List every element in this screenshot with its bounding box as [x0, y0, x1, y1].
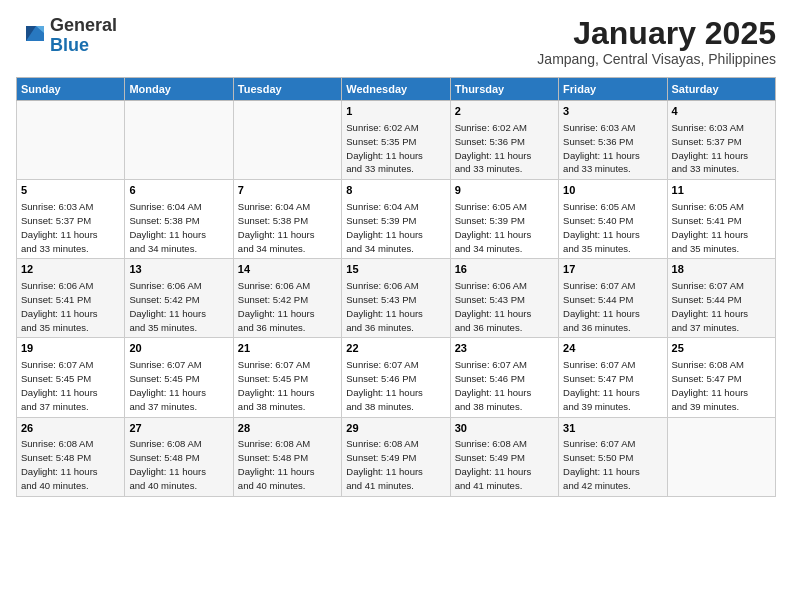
calendar-empty-cell [17, 101, 125, 180]
page-header: General Blue January 2025 Jampang, Centr… [16, 16, 776, 67]
logo-general: General [50, 16, 117, 36]
calendar-day-cell: 5Sunrise: 6:03 AM Sunset: 5:37 PM Daylig… [17, 180, 125, 259]
day-info: Sunrise: 6:05 AM Sunset: 5:41 PM Dayligh… [672, 201, 749, 253]
calendar-empty-cell [125, 101, 233, 180]
day-number: 18 [672, 262, 771, 277]
calendar-day-cell: 14Sunrise: 6:06 AM Sunset: 5:42 PM Dayli… [233, 259, 341, 338]
day-info: Sunrise: 6:07 AM Sunset: 5:46 PM Dayligh… [455, 359, 532, 411]
calendar-day-cell: 9Sunrise: 6:05 AM Sunset: 5:39 PM Daylig… [450, 180, 558, 259]
day-number: 22 [346, 341, 445, 356]
month-title: January 2025 [537, 16, 776, 51]
calendar-day-cell: 18Sunrise: 6:07 AM Sunset: 5:44 PM Dayli… [667, 259, 775, 338]
day-number: 8 [346, 183, 445, 198]
day-info: Sunrise: 6:08 AM Sunset: 5:49 PM Dayligh… [346, 438, 423, 490]
day-number: 29 [346, 421, 445, 436]
calendar-day-cell: 6Sunrise: 6:04 AM Sunset: 5:38 PM Daylig… [125, 180, 233, 259]
day-number: 1 [346, 104, 445, 119]
day-info: Sunrise: 6:03 AM Sunset: 5:37 PM Dayligh… [21, 201, 98, 253]
calendar-day-cell: 3Sunrise: 6:03 AM Sunset: 5:36 PM Daylig… [559, 101, 667, 180]
calendar-day-cell: 4Sunrise: 6:03 AM Sunset: 5:37 PM Daylig… [667, 101, 775, 180]
day-number: 21 [238, 341, 337, 356]
calendar-day-cell: 7Sunrise: 6:04 AM Sunset: 5:38 PM Daylig… [233, 180, 341, 259]
calendar-week-row: 26Sunrise: 6:08 AM Sunset: 5:48 PM Dayli… [17, 417, 776, 496]
day-info: Sunrise: 6:08 AM Sunset: 5:48 PM Dayligh… [238, 438, 315, 490]
weekday-header-sunday: Sunday [17, 78, 125, 101]
day-info: Sunrise: 6:02 AM Sunset: 5:35 PM Dayligh… [346, 122, 423, 174]
calendar-day-cell: 28Sunrise: 6:08 AM Sunset: 5:48 PM Dayli… [233, 417, 341, 496]
day-info: Sunrise: 6:08 AM Sunset: 5:48 PM Dayligh… [129, 438, 206, 490]
day-info: Sunrise: 6:05 AM Sunset: 5:40 PM Dayligh… [563, 201, 640, 253]
day-number: 23 [455, 341, 554, 356]
calendar-day-cell: 8Sunrise: 6:04 AM Sunset: 5:39 PM Daylig… [342, 180, 450, 259]
day-number: 5 [21, 183, 120, 198]
day-number: 3 [563, 104, 662, 119]
calendar-table: SundayMondayTuesdayWednesdayThursdayFrid… [16, 77, 776, 496]
day-info: Sunrise: 6:03 AM Sunset: 5:36 PM Dayligh… [563, 122, 640, 174]
calendar-week-row: 1Sunrise: 6:02 AM Sunset: 5:35 PM Daylig… [17, 101, 776, 180]
calendar-day-cell: 23Sunrise: 6:07 AM Sunset: 5:46 PM Dayli… [450, 338, 558, 417]
day-info: Sunrise: 6:06 AM Sunset: 5:42 PM Dayligh… [238, 280, 315, 332]
day-info: Sunrise: 6:02 AM Sunset: 5:36 PM Dayligh… [455, 122, 532, 174]
day-info: Sunrise: 6:04 AM Sunset: 5:38 PM Dayligh… [238, 201, 315, 253]
calendar-day-cell: 21Sunrise: 6:07 AM Sunset: 5:45 PM Dayli… [233, 338, 341, 417]
location-title: Jampang, Central Visayas, Philippines [537, 51, 776, 67]
weekday-header-thursday: Thursday [450, 78, 558, 101]
calendar-week-row: 19Sunrise: 6:07 AM Sunset: 5:45 PM Dayli… [17, 338, 776, 417]
calendar-week-row: 12Sunrise: 6:06 AM Sunset: 5:41 PM Dayli… [17, 259, 776, 338]
day-info: Sunrise: 6:08 AM Sunset: 5:48 PM Dayligh… [21, 438, 98, 490]
day-info: Sunrise: 6:07 AM Sunset: 5:47 PM Dayligh… [563, 359, 640, 411]
calendar-day-cell: 27Sunrise: 6:08 AM Sunset: 5:48 PM Dayli… [125, 417, 233, 496]
day-number: 7 [238, 183, 337, 198]
day-number: 2 [455, 104, 554, 119]
weekday-header-saturday: Saturday [667, 78, 775, 101]
logo: General Blue [16, 16, 117, 56]
calendar-day-cell: 10Sunrise: 6:05 AM Sunset: 5:40 PM Dayli… [559, 180, 667, 259]
calendar-day-cell: 13Sunrise: 6:06 AM Sunset: 5:42 PM Dayli… [125, 259, 233, 338]
weekday-header-wednesday: Wednesday [342, 78, 450, 101]
weekday-header-row: SundayMondayTuesdayWednesdayThursdayFrid… [17, 78, 776, 101]
day-info: Sunrise: 6:06 AM Sunset: 5:42 PM Dayligh… [129, 280, 206, 332]
day-info: Sunrise: 6:07 AM Sunset: 5:45 PM Dayligh… [21, 359, 98, 411]
calendar-day-cell: 25Sunrise: 6:08 AM Sunset: 5:47 PM Dayli… [667, 338, 775, 417]
day-number: 14 [238, 262, 337, 277]
calendar-day-cell: 30Sunrise: 6:08 AM Sunset: 5:49 PM Dayli… [450, 417, 558, 496]
calendar-day-cell: 12Sunrise: 6:06 AM Sunset: 5:41 PM Dayli… [17, 259, 125, 338]
day-info: Sunrise: 6:07 AM Sunset: 5:44 PM Dayligh… [672, 280, 749, 332]
weekday-header-monday: Monday [125, 78, 233, 101]
calendar-day-cell: 19Sunrise: 6:07 AM Sunset: 5:45 PM Dayli… [17, 338, 125, 417]
day-info: Sunrise: 6:07 AM Sunset: 5:50 PM Dayligh… [563, 438, 640, 490]
day-info: Sunrise: 6:06 AM Sunset: 5:41 PM Dayligh… [21, 280, 98, 332]
calendar-day-cell: 16Sunrise: 6:06 AM Sunset: 5:43 PM Dayli… [450, 259, 558, 338]
day-number: 15 [346, 262, 445, 277]
day-info: Sunrise: 6:05 AM Sunset: 5:39 PM Dayligh… [455, 201, 532, 253]
day-number: 31 [563, 421, 662, 436]
weekday-header-friday: Friday [559, 78, 667, 101]
day-number: 12 [21, 262, 120, 277]
calendar-day-cell: 31Sunrise: 6:07 AM Sunset: 5:50 PM Dayli… [559, 417, 667, 496]
day-number: 19 [21, 341, 120, 356]
calendar-day-cell: 20Sunrise: 6:07 AM Sunset: 5:45 PM Dayli… [125, 338, 233, 417]
day-info: Sunrise: 6:03 AM Sunset: 5:37 PM Dayligh… [672, 122, 749, 174]
weekday-header-tuesday: Tuesday [233, 78, 341, 101]
day-number: 9 [455, 183, 554, 198]
day-number: 30 [455, 421, 554, 436]
title-block: January 2025 Jampang, Central Visayas, P… [537, 16, 776, 67]
calendar-day-cell: 29Sunrise: 6:08 AM Sunset: 5:49 PM Dayli… [342, 417, 450, 496]
day-number: 10 [563, 183, 662, 198]
day-number: 4 [672, 104, 771, 119]
day-info: Sunrise: 6:08 AM Sunset: 5:49 PM Dayligh… [455, 438, 532, 490]
day-number: 6 [129, 183, 228, 198]
day-number: 20 [129, 341, 228, 356]
day-number: 25 [672, 341, 771, 356]
day-number: 28 [238, 421, 337, 436]
calendar-day-cell: 11Sunrise: 6:05 AM Sunset: 5:41 PM Dayli… [667, 180, 775, 259]
calendar-day-cell: 24Sunrise: 6:07 AM Sunset: 5:47 PM Dayli… [559, 338, 667, 417]
day-info: Sunrise: 6:06 AM Sunset: 5:43 PM Dayligh… [455, 280, 532, 332]
day-info: Sunrise: 6:04 AM Sunset: 5:39 PM Dayligh… [346, 201, 423, 253]
day-info: Sunrise: 6:07 AM Sunset: 5:45 PM Dayligh… [129, 359, 206, 411]
day-info: Sunrise: 6:06 AM Sunset: 5:43 PM Dayligh… [346, 280, 423, 332]
day-number: 27 [129, 421, 228, 436]
logo-blue: Blue [50, 36, 117, 56]
day-info: Sunrise: 6:07 AM Sunset: 5:44 PM Dayligh… [563, 280, 640, 332]
day-number: 16 [455, 262, 554, 277]
